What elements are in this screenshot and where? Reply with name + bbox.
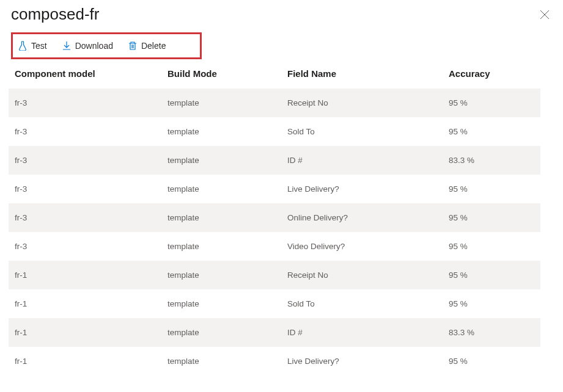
cell-field-name: Receipt No — [281, 89, 443, 117]
cell-field-name: Online Delivery? — [281, 203, 443, 232]
cell-build-mode: template — [161, 89, 281, 117]
toolbar-highlight-box: Test Download Delete — [11, 32, 202, 59]
table-row[interactable]: fr-3templateLive Delivery?95 % — [9, 175, 540, 203]
cell-component-model: fr-3 — [9, 117, 161, 146]
close-icon — [540, 10, 550, 20]
cell-accuracy: 95 % — [443, 203, 540, 232]
col-header-component-model[interactable]: Component model — [9, 60, 161, 89]
cell-field-name: Sold To — [281, 289, 443, 318]
cell-field-name: ID # — [281, 146, 443, 175]
col-header-build-mode[interactable]: Build Mode — [161, 60, 281, 89]
cell-build-mode: template — [161, 261, 281, 289]
cell-component-model: fr-1 — [9, 261, 161, 289]
cell-build-mode: template — [161, 175, 281, 203]
cell-build-mode: template — [161, 318, 281, 347]
table-row[interactable]: fr-1templateLive Delivery?95 % — [9, 347, 540, 376]
cell-component-model: fr-3 — [9, 175, 161, 203]
table-row[interactable]: fr-3templateOnline Delivery?95 % — [9, 203, 540, 232]
cell-build-mode: template — [161, 203, 281, 232]
toolbar: Test Download Delete — [13, 38, 167, 53]
cell-accuracy: 95 % — [443, 289, 540, 318]
table-scroll-region[interactable]: Component model Build Mode Field Name Ac… — [9, 60, 561, 390]
download-icon — [62, 41, 72, 51]
cell-field-name: Live Delivery? — [281, 347, 443, 376]
cell-field-name: Receipt No — [281, 261, 443, 289]
cell-build-mode: template — [161, 146, 281, 175]
table-row[interactable]: fr-1templateReceipt No95 % — [9, 261, 540, 289]
cell-component-model: fr-1 — [9, 289, 161, 318]
cell-component-model: fr-3 — [9, 146, 161, 175]
heading-row: composed-fr — [11, 5, 552, 24]
table-row[interactable]: fr-1templateSold To95 % — [9, 289, 540, 318]
test-button[interactable]: Test — [17, 38, 48, 53]
cell-build-mode: template — [161, 347, 281, 376]
flask-icon — [18, 41, 28, 51]
cell-field-name: Video Delivery? — [281, 232, 443, 261]
table-row[interactable]: fr-1templateID #83.3 % — [9, 318, 540, 347]
cell-accuracy: 83.3 % — [443, 146, 540, 175]
col-header-accuracy[interactable]: Accuracy — [443, 60, 540, 89]
cell-component-model: fr-3 — [9, 232, 161, 261]
trash-icon — [128, 41, 138, 51]
cell-component-model: fr-1 — [9, 347, 161, 376]
cell-accuracy: 95 % — [443, 175, 540, 203]
delete-label: Delete — [141, 41, 166, 51]
cell-accuracy: 83.3 % — [443, 318, 540, 347]
cell-accuracy: 95 % — [443, 117, 540, 146]
cell-accuracy: 95 % — [443, 261, 540, 289]
model-details-panel: composed-fr Test Download — [0, 0, 563, 392]
cell-component-model: fr-3 — [9, 89, 161, 117]
delete-button[interactable]: Delete — [127, 38, 167, 53]
test-label: Test — [31, 41, 47, 51]
download-label: Download — [75, 41, 113, 51]
cell-accuracy: 95 % — [443, 89, 540, 117]
table-row[interactable]: fr-3templateID #83.3 % — [9, 146, 540, 175]
cell-component-model: fr-3 — [9, 203, 161, 232]
close-button[interactable] — [537, 7, 552, 24]
panel-title: composed-fr — [11, 5, 100, 24]
fields-table: Component model Build Mode Field Name Ac… — [9, 60, 540, 376]
table-row[interactable]: fr-3templateVideo Delivery?95 % — [9, 232, 540, 261]
cell-build-mode: template — [161, 117, 281, 146]
cell-component-model: fr-1 — [9, 318, 161, 347]
cell-field-name: Live Delivery? — [281, 175, 443, 203]
table-row[interactable]: fr-3templateReceipt No95 % — [9, 89, 540, 117]
cell-build-mode: template — [161, 232, 281, 261]
cell-field-name: Sold To — [281, 117, 443, 146]
col-header-field-name[interactable]: Field Name — [281, 60, 443, 89]
download-button[interactable]: Download — [61, 38, 114, 53]
cell-build-mode: template — [161, 289, 281, 318]
cell-accuracy: 95 % — [443, 347, 540, 376]
table-row[interactable]: fr-3templateSold To95 % — [9, 117, 540, 146]
cell-field-name: ID # — [281, 318, 443, 347]
table-header-row: Component model Build Mode Field Name Ac… — [9, 60, 540, 89]
cell-accuracy: 95 % — [443, 232, 540, 261]
